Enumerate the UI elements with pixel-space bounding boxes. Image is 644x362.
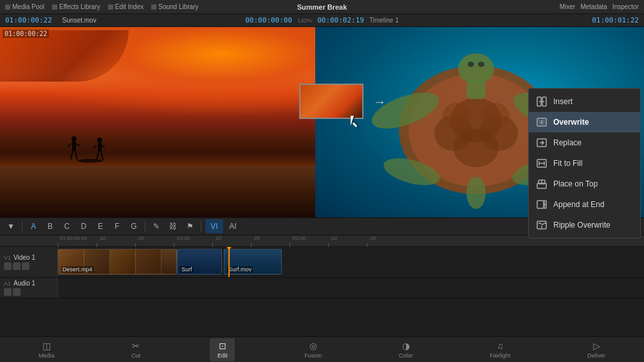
- nav-deliver[interactable]: ▷ Deliver: [580, 338, 613, 361]
- video-track-label: V1 Video 1: [0, 247, 58, 277]
- track-eye-btn[interactable]: [4, 262, 12, 270]
- nav-edit-icon: ⊡: [219, 341, 226, 351]
- svg-rect-44: [537, 201, 544, 208]
- menu-item-place-on-top[interactable]: Place on Top: [529, 174, 640, 194]
- timeline-name[interactable]: Timeline 1: [369, 17, 399, 24]
- audio-track-controls: [4, 288, 53, 296]
- audio-track-name: Audio 1: [14, 280, 35, 287]
- frame-3: [110, 249, 136, 274]
- svg-line-4: [71, 151, 73, 159]
- toolbar-flag[interactable]: ⚑: [183, 219, 197, 233]
- left-timecode[interactable]: 01:00:00:22: [5, 16, 52, 24]
- toolbar-btn-3[interactable]: C: [60, 219, 74, 233]
- clip-name: Sunset.mov: [62, 17, 97, 24]
- audio-lock-btn[interactable]: [13, 288, 21, 296]
- audio-track: A1 Audio 1: [0, 278, 644, 298]
- nav-edit[interactable]: ⊡ Edit: [210, 338, 235, 361]
- inspector-btn[interactable]: Inspector: [612, 3, 639, 10]
- nav-fusion[interactable]: ◎ Fusion: [297, 338, 329, 361]
- zoom-level: 140%: [297, 17, 312, 24]
- toolbar-sep-2: [145, 221, 145, 232]
- svg-point-20: [481, 103, 510, 129]
- replace-icon: [535, 136, 548, 149]
- drag-arrow: →: [373, 94, 386, 109]
- toolbar-ai-btn[interactable]: AI: [226, 219, 240, 233]
- nav-media-label: Media: [39, 352, 55, 359]
- left-viewer[interactable]: 01:00:00:22: [0, 27, 315, 217]
- track-lock-btn[interactable]: [13, 262, 21, 270]
- toolbar-btn-6[interactable]: F: [110, 219, 124, 233]
- svg-point-22: [468, 62, 474, 67]
- toolbar-arrow-btn[interactable]: ▼: [4, 219, 18, 233]
- main-content: 01:00:00:22: [0, 27, 644, 217]
- toolbar-pencil[interactable]: ✎: [149, 219, 163, 233]
- nav-color-label: Color: [399, 352, 413, 359]
- effects-library-btn[interactable]: Effects Library: [52, 3, 100, 10]
- clip-desert[interactable]: Desert.mp4: [58, 249, 177, 275]
- toolbar-btn-2[interactable]: B: [43, 219, 57, 233]
- toolbar-sep-1: [22, 221, 23, 232]
- app-title: Summer Break: [297, 3, 347, 11]
- toolbar-btn-7[interactable]: G: [127, 219, 141, 233]
- place-on-top-label: Place on Top: [553, 179, 598, 188]
- metadata-btn[interactable]: Metadata: [580, 3, 607, 10]
- overwrite-label: Overwrite: [553, 118, 589, 127]
- audio-eye-btn[interactable]: [4, 288, 12, 296]
- top-bar: Media Pool Effects Library Edit Index So…: [0, 0, 644, 14]
- left-video-bg: [0, 27, 315, 217]
- video-track: V1 Video 1 Des: [0, 247, 644, 278]
- toolbar-chain[interactable]: ⛓: [166, 219, 180, 233]
- menu-item-insert[interactable]: Insert: [529, 91, 640, 112]
- edit-index-btn[interactable]: Edit Index: [108, 3, 143, 10]
- sunset-water: [0, 166, 315, 217]
- toolbar-blue-btn[interactable]: VI: [205, 219, 223, 233]
- nav-color[interactable]: ◑ Color: [391, 338, 421, 361]
- sound-library-btn[interactable]: Sound Library: [151, 3, 198, 10]
- menu-item-append-at-end[interactable]: Append at End: [529, 194, 640, 215]
- clip-surf[interactable]: Surf: [177, 249, 222, 275]
- ripple-overwrite-label: Ripple Overwrite: [553, 221, 611, 230]
- media-pool-btn[interactable]: Media Pool: [5, 3, 44, 10]
- nav-deliver-label: Deliver: [587, 352, 605, 359]
- track-link-btn[interactable]: [22, 262, 30, 270]
- nav-media[interactable]: ◫ Media: [31, 338, 62, 361]
- svg-point-18: [454, 129, 499, 167]
- place-on-top-icon: [535, 177, 548, 190]
- toolbar-btn-5[interactable]: E: [93, 219, 107, 233]
- svg-line-10: [102, 145, 105, 147]
- svg-line-12: [101, 152, 103, 160]
- nav-cut[interactable]: ✂ Cut: [124, 338, 148, 361]
- mixer-btn[interactable]: Mixer: [560, 3, 575, 10]
- menu-item-fit-to-fill[interactable]: Fit to Fill: [529, 153, 640, 174]
- svg-line-2: [68, 144, 71, 147]
- playhead-video: [228, 247, 230, 277]
- menu-item-overwrite[interactable]: Overwrite: [529, 112, 640, 132]
- top-bar-right: Mixer Metadata Inspector: [560, 3, 639, 10]
- svg-line-3: [76, 144, 80, 145]
- video-track-number: V1: [4, 255, 11, 261]
- append-at-end-label: Append at End: [553, 200, 604, 209]
- duration-timecode: 00:00:02:19: [317, 16, 364, 24]
- center-timecode[interactable]: 00:00:00:00: [245, 16, 292, 24]
- toolbar-btn-1[interactable]: A: [26, 219, 41, 233]
- nav-edit-label: Edit: [217, 352, 228, 359]
- menu-item-ripple-overwrite[interactable]: Ripple Overwrite: [529, 215, 640, 235]
- fit-to-fill-icon: [535, 157, 548, 170]
- toolbar-btn-4[interactable]: D: [77, 219, 91, 233]
- thumbnail-box: [299, 84, 363, 119]
- menu-item-replace[interactable]: Replace: [529, 132, 640, 153]
- right-timecode: 01:00:01:22: [592, 16, 639, 24]
- video-track-content[interactable]: Desert.mp4 Surf Surf.mov: [58, 247, 644, 277]
- fit-to-fill-label: Fit to Fill: [553, 159, 582, 168]
- nav-fusion-icon: ◎: [309, 341, 317, 351]
- svg-rect-24: [466, 80, 486, 99]
- media-pool-icon: [5, 5, 10, 10]
- clip-surf2[interactable]: Surf.mov: [224, 249, 282, 275]
- overwrite-icon: [535, 116, 548, 129]
- nav-fairlight[interactable]: ♫ Fairlight: [482, 338, 518, 361]
- drag-thumbnail: →: [299, 84, 363, 119]
- track-area: V1 Video 1 Des: [0, 247, 644, 298]
- audio-track-content[interactable]: [58, 278, 644, 298]
- toolbar-sep-3: [201, 221, 201, 232]
- svg-line-5: [75, 151, 77, 159]
